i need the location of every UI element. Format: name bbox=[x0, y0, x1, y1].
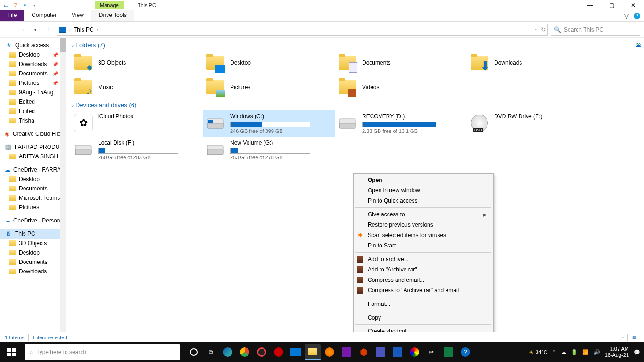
crumb-sep-icon[interactable]: › bbox=[69, 27, 71, 32]
start-button[interactable] bbox=[0, 342, 23, 362]
address-dropdown-icon[interactable]: ⌵ bbox=[535, 26, 537, 33]
explorer-taskbar-icon[interactable] bbox=[305, 344, 321, 360]
sidebar-item[interactable]: Desktop bbox=[0, 248, 66, 257]
folder-item[interactable]: Videos bbox=[335, 75, 467, 99]
recent-dropdown[interactable]: ▾ bbox=[30, 25, 41, 35]
minimize-button[interactable]: — bbox=[579, 0, 601, 10]
file-tab[interactable]: File bbox=[0, 10, 24, 21]
chrome-icon[interactable] bbox=[237, 344, 253, 360]
sidebar-item[interactable]: Pictures bbox=[0, 203, 66, 212]
folder-item[interactable]: Documents bbox=[335, 50, 467, 75]
help-taskbar-icon[interactable]: ? bbox=[457, 344, 473, 360]
help-icon[interactable]: ? bbox=[634, 13, 640, 19]
context-menu-item[interactable]: Copy bbox=[354, 313, 493, 323]
snip-icon[interactable]: ✂ bbox=[423, 344, 439, 360]
sidebar-creative-cloud[interactable]: ◉Creative Cloud Files bbox=[0, 129, 66, 139]
wifi-icon[interactable]: 📶 bbox=[582, 349, 589, 355]
drive-item[interactable]: Local Disk (F:)260 GB free of 283 GB bbox=[71, 137, 203, 163]
sidebar-item[interactable]: Edited bbox=[0, 97, 66, 107]
context-menu-item[interactable]: Compress and email... bbox=[354, 275, 493, 285]
tiles-view-button[interactable]: ▦ bbox=[629, 334, 639, 341]
qat-properties-icon[interactable]: ☑ bbox=[11, 1, 20, 9]
context-menu-item[interactable]: Restore previous versions bbox=[354, 220, 493, 230]
address-bar[interactable]: › This PC › ⌵ ↻ bbox=[57, 24, 548, 36]
weather-widget[interactable]: ☀34°C bbox=[529, 349, 547, 355]
drive-item[interactable]: Windows (C:)246 GB free of 399 GB bbox=[203, 110, 335, 137]
contextual-tab-manage[interactable]: Manage bbox=[95, 1, 124, 9]
tab-drive-tools[interactable]: Drive Tools bbox=[91, 10, 134, 21]
tab-computer[interactable]: Computer bbox=[24, 10, 64, 21]
notifications-icon[interactable]: 💬 bbox=[634, 349, 640, 355]
tray-chevron-icon[interactable]: ⌃ bbox=[552, 349, 556, 355]
context-menu-item[interactable]: Format... bbox=[354, 299, 493, 309]
taskbar-clock[interactable]: 1:07 AM 16-Aug-21 bbox=[605, 346, 629, 358]
context-menu-item[interactable]: Compress to "Archive.rar" and email bbox=[354, 285, 493, 296]
folder-item[interactable]: ⬇Downloads bbox=[467, 50, 599, 75]
sidebar-item[interactable]: Downloads bbox=[0, 267, 66, 276]
context-menu-item[interactable]: Add to archive... bbox=[354, 254, 493, 264]
sidebar-aditya[interactable]: ADITYA SINGH bbox=[0, 152, 66, 161]
back-button[interactable]: ← bbox=[4, 25, 14, 35]
context-menu-item[interactable]: Open in new window bbox=[354, 185, 493, 196]
mail-icon[interactable] bbox=[288, 344, 304, 360]
sidebar-item[interactable]: Documents bbox=[0, 257, 66, 267]
drive-item[interactable]: DVDDVD RW Drive (E:) bbox=[467, 110, 599, 137]
context-menu-item[interactable]: Pin to Start bbox=[354, 240, 493, 251]
context-menu-item[interactable]: ✱Scan selected items for viruses bbox=[354, 230, 493, 240]
opera-icon[interactable] bbox=[254, 344, 270, 360]
section-drives[interactable]: ⌵Devices and drives (6) bbox=[71, 99, 639, 110]
forward-button[interactable]: → bbox=[17, 25, 27, 35]
qat-dropdown-icon[interactable]: ▾ bbox=[30, 1, 39, 9]
sidebar-item[interactable]: 9Aug - 15Aug bbox=[0, 88, 66, 97]
sidebar-item[interactable]: Edited bbox=[0, 107, 66, 116]
sidebar-onedrive-farrad[interactable]: ☁OneDrive - FARRAD bbox=[0, 165, 66, 174]
drive-item[interactable]: RECOVERY (D:)2.33 GB free of 13.1 GB bbox=[335, 110, 467, 137]
close-button[interactable]: ✕ bbox=[622, 0, 644, 10]
taskbar-search[interactable]: ⌕ Type here to search bbox=[25, 344, 180, 360]
sidebar-quick-access[interactable]: ★Quick access bbox=[0, 41, 66, 50]
sidebar-item[interactable]: 3D Objects bbox=[0, 239, 66, 248]
tab-view[interactable]: View bbox=[64, 10, 91, 21]
context-menu-item[interactable]: Open bbox=[354, 175, 493, 185]
battery-icon[interactable]: 🔋 bbox=[571, 349, 578, 355]
qat-new-icon[interactable]: ▾ bbox=[21, 1, 29, 9]
folder-item[interactable]: Desktop✓ bbox=[203, 50, 335, 75]
paint-icon[interactable] bbox=[406, 344, 422, 360]
section-folders[interactable]: ⌵Folders (7) bbox=[71, 40, 639, 50]
context-menu-item[interactable]: Pin to Quick access bbox=[354, 196, 493, 206]
teams-icon[interactable] bbox=[372, 344, 388, 360]
folder-item[interactable]: ◆3D Objects↻ bbox=[71, 50, 203, 75]
volume-icon[interactable]: 🔊 bbox=[594, 349, 600, 355]
onenote-icon[interactable] bbox=[339, 344, 355, 360]
crumb-sep-icon[interactable]: › bbox=[97, 27, 98, 32]
sidebar-item[interactable]: Documents bbox=[0, 184, 66, 193]
up-button[interactable]: ↑ bbox=[43, 25, 54, 35]
sidebar-item[interactable]: Desktop bbox=[0, 174, 66, 184]
refresh-icon[interactable]: ↻ bbox=[541, 26, 545, 33]
task-view-icon[interactable]: ⧉ bbox=[203, 344, 219, 360]
sidebar-item[interactable]: Trisha bbox=[0, 116, 66, 125]
sidebar-item[interactable]: Desktop📌 bbox=[0, 50, 66, 59]
sidebar-this-pc[interactable]: 🖥This PC bbox=[0, 229, 66, 239]
sidebar-item[interactable]: Microsoft Teams bbox=[0, 193, 66, 203]
maximize-button[interactable]: ▢ bbox=[601, 0, 622, 10]
firefox-icon[interactable] bbox=[322, 344, 338, 360]
sidebar-item[interactable]: Pictures📌 bbox=[0, 78, 66, 88]
excel-icon[interactable] bbox=[440, 344, 456, 360]
opera-gx-icon[interactable] bbox=[271, 344, 287, 360]
context-menu-item[interactable]: Give access to▶ bbox=[354, 209, 493, 220]
drive-item[interactable]: ✿iCloud Photos bbox=[71, 110, 203, 137]
sidebar-scrollbar[interactable] bbox=[60, 38, 66, 339]
search-box[interactable]: 🔍 Search This PC bbox=[551, 24, 640, 36]
details-view-button[interactable]: ≡ bbox=[618, 334, 628, 341]
folder-item[interactable]: Pictures bbox=[203, 75, 335, 99]
office-icon[interactable]: ⬢ bbox=[355, 344, 372, 360]
sidebar-farrad[interactable]: 🏢FARRAD PRODUCTIONS bbox=[0, 142, 66, 152]
sidebar-onedrive-personal[interactable]: ☁OneDrive - Personal bbox=[0, 216, 66, 225]
onedrive-tray-icon[interactable]: ☁ bbox=[561, 349, 566, 355]
cortana-icon[interactable] bbox=[186, 344, 202, 360]
edge-icon[interactable] bbox=[220, 344, 236, 360]
sidebar-item[interactable]: Documents📌 bbox=[0, 69, 66, 78]
context-menu-item[interactable]: Add to "Archive.rar" bbox=[354, 264, 493, 275]
breadcrumb[interactable]: This PC bbox=[74, 26, 94, 33]
